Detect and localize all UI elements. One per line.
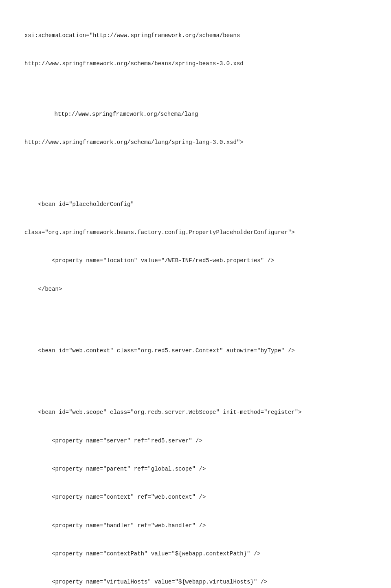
bean1-close-line: </bean> [24, 285, 367, 294]
bean3-open-line: <bean id="web.scope" class="org.red5.ser… [24, 408, 367, 417]
bean1-block: <bean id="placeholderConfig" class="org.… [24, 181, 367, 313]
code-line-2: http://www.springframework.org/schema/be… [24, 59, 367, 69]
bean3-prop4-line: <property name="handler" ref="web.handle… [24, 521, 367, 531]
code-line-1: xsi:schemaLocation="http://www.springfra… [24, 31, 367, 40]
bean3-prop5-line: <property name="contextPath" value="${we… [24, 549, 367, 559]
bean1-open-line: <bean id="placeholderConfig" [24, 200, 367, 209]
code-line-5: http://www.springframework.org/schema/la… [24, 138, 367, 147]
bean3-prop1-line: <property name="server" ref="red5.server… [24, 436, 367, 446]
bean3-prop2-line: <property name="parent" ref="global.scop… [24, 464, 367, 474]
bean3-block: <bean id="web.scope" class="org.red5.ser… [24, 389, 367, 588]
bean1-class-line: class="org.springframework.beans.factory… [24, 228, 367, 237]
code-container: xsi:schemaLocation="http://www.springfra… [24, 12, 367, 588]
bean2-line: <bean id="web.context" class="org.red5.s… [24, 346, 367, 356]
bean3-prop6-line: <property name="virtualHosts" value="${w… [24, 577, 367, 587]
bean3-prop3-line: <property name="context" ref="web.contex… [24, 493, 367, 502]
code-block: xsi:schemaLocation="http://www.springfra… [24, 12, 367, 166]
code-line-4: http://www.springframework.org/schema/la… [24, 110, 367, 119]
bean2-block: <bean id="web.context" class="org.red5.s… [24, 327, 367, 374]
bean1-prop-line: <property name="location" value="/WEB-IN… [24, 256, 367, 265]
